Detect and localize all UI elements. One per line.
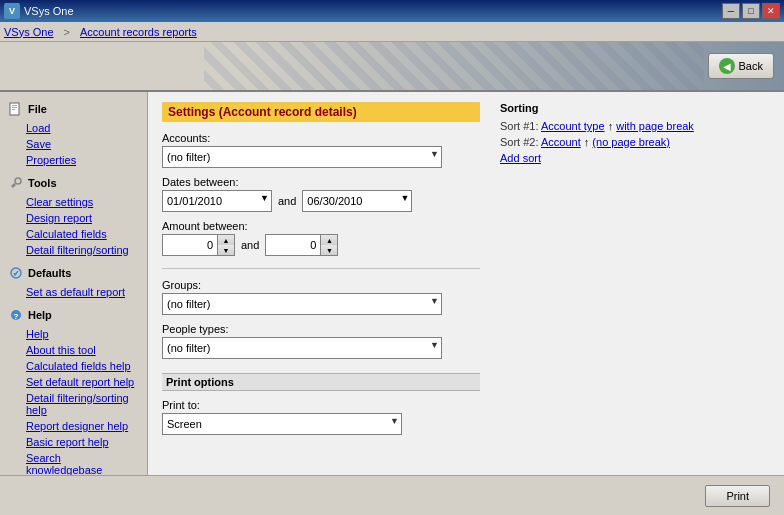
- groups-row: Groups: (no filter): [162, 279, 480, 315]
- amount-to-up[interactable]: ▲: [321, 235, 337, 245]
- breadcrumb-separator: >: [64, 26, 70, 38]
- sidebar-item-detail-help[interactable]: Detail filtering/sorting help: [0, 390, 147, 418]
- file-icon: [8, 101, 24, 117]
- sidebar-section-tools: Tools Clear settings Design report Calcu…: [0, 172, 147, 258]
- breadcrumb-home[interactable]: VSys One: [4, 26, 54, 38]
- back-button[interactable]: ◀ Back: [708, 53, 774, 79]
- app-icon: V: [4, 3, 20, 19]
- sort2-link2[interactable]: (no page break): [592, 136, 670, 148]
- dates-label: Dates between:: [162, 176, 480, 188]
- sidebar-section-defaults: Defaults Set as default report: [0, 262, 147, 300]
- sidebar-help-label: Help: [28, 309, 52, 321]
- title-bar: V VSys One ─ □ ✕: [0, 0, 784, 22]
- sidebar-item-set-default-help[interactable]: Set default report help: [0, 374, 147, 390]
- amount-from-down[interactable]: ▼: [218, 245, 234, 255]
- sidebar-item-design-report[interactable]: Design report: [0, 210, 147, 226]
- amount-to-input[interactable]: [265, 234, 320, 256]
- sort1-link2[interactable]: with page break: [616, 120, 694, 132]
- date-from-select[interactable]: 01/01/2010: [162, 190, 272, 212]
- sidebar-item-help[interactable]: Help: [0, 326, 147, 342]
- print-to-row: Print to: Screen: [162, 399, 480, 435]
- bottom-bar: Print: [0, 475, 784, 515]
- amount-row: Amount between: ▲ ▼ and: [162, 220, 480, 256]
- content-with-sorting: Settings (Account record details) Accoun…: [162, 102, 770, 443]
- sidebar-item-properties[interactable]: Properties: [0, 152, 147, 168]
- menu-bar: VSys One > Account records reports: [0, 22, 784, 42]
- svg-rect-3: [12, 109, 15, 110]
- groups-select-wrapper: (no filter): [162, 293, 442, 315]
- sidebar-item-load[interactable]: Load: [0, 120, 147, 136]
- back-button-label: Back: [739, 60, 763, 72]
- defaults-icon: [8, 265, 24, 281]
- sidebar-item-clear-settings[interactable]: Clear settings: [0, 194, 147, 210]
- maximize-button[interactable]: □: [742, 3, 760, 19]
- people-types-select-wrapper: (no filter): [162, 337, 442, 359]
- date-to-wrapper: 06/30/2010: [302, 190, 412, 212]
- sidebar-file-label: File: [28, 103, 47, 115]
- sorting-title: Sorting: [500, 102, 770, 114]
- sidebar-file-header: File: [0, 98, 147, 120]
- amount-to-spinner: ▲ ▼: [265, 234, 338, 256]
- header-bar: ◀ Back: [0, 42, 784, 92]
- amount-to-buttons: ▲ ▼: [320, 234, 338, 256]
- people-types-label: People types:: [162, 323, 480, 335]
- amount-and-label: and: [241, 239, 259, 251]
- sidebar-tools-label: Tools: [28, 177, 57, 189]
- amount-from-input[interactable]: [162, 234, 217, 256]
- sidebar-help-header: ? Help: [0, 304, 147, 326]
- breadcrumb-current[interactable]: Account records reports: [80, 26, 197, 38]
- back-arrow-icon: ◀: [719, 58, 735, 74]
- sidebar-tools-header: Tools: [0, 172, 147, 194]
- people-types-row: People types: (no filter): [162, 323, 480, 359]
- sort-row-1: Sort #1: Account type ↑ with page break: [500, 120, 770, 132]
- print-to-label: Print to:: [162, 399, 480, 411]
- section-title: Settings (Account record details): [162, 102, 480, 122]
- sort2-link1[interactable]: Account: [541, 136, 581, 148]
- sidebar-item-about[interactable]: About this tool: [0, 342, 147, 358]
- date-and-label: and: [278, 195, 296, 207]
- sidebar-item-save[interactable]: Save: [0, 136, 147, 152]
- sidebar-item-detail-filtering[interactable]: Detail filtering/sorting: [0, 242, 147, 258]
- sorting-section: Sorting Sort #1: Account type ↑ with pag…: [490, 102, 770, 443]
- add-sort-link[interactable]: Add sort: [500, 152, 770, 164]
- groups-label: Groups:: [162, 279, 480, 291]
- sort1-label: Sort #1:: [500, 120, 539, 132]
- sidebar-item-calc-help[interactable]: Calculated fields help: [0, 358, 147, 374]
- sort1-link1[interactable]: Account type: [541, 120, 605, 132]
- sort2-label: Sort #2:: [500, 136, 539, 148]
- people-types-select[interactable]: (no filter): [162, 337, 442, 359]
- print-options-title: Print options: [162, 373, 480, 391]
- date-inputs: 01/01/2010 and 06/30/2010: [162, 190, 480, 212]
- svg-text:?: ?: [14, 312, 19, 321]
- print-button[interactable]: Print: [705, 485, 770, 507]
- amount-inputs: ▲ ▼ and ▲ ▼: [162, 234, 480, 256]
- date-from-wrapper: 01/01/2010: [162, 190, 272, 212]
- date-to-select[interactable]: 06/30/2010: [302, 190, 412, 212]
- main-layout: File Load Save Properties Tools Clear se…: [0, 92, 784, 475]
- print-to-select-wrapper: Screen: [162, 413, 402, 435]
- groups-select[interactable]: (no filter): [162, 293, 442, 315]
- header-pattern: [204, 42, 704, 92]
- separator-1: [162, 268, 480, 269]
- accounts-select[interactable]: (no filter): [162, 146, 442, 168]
- sidebar-item-search[interactable]: Search knowledgebase: [0, 450, 147, 475]
- sidebar-item-calculated-fields[interactable]: Calculated fields: [0, 226, 147, 242]
- close-button[interactable]: ✕: [762, 3, 780, 19]
- svg-rect-2: [12, 107, 17, 108]
- help-icon: ?: [8, 307, 24, 323]
- window-title: VSys One: [24, 5, 74, 17]
- amount-label: Amount between:: [162, 220, 480, 232]
- print-to-select[interactable]: Screen: [162, 413, 402, 435]
- amount-from-up[interactable]: ▲: [218, 235, 234, 245]
- tools-icon: [8, 175, 24, 191]
- minimize-button[interactable]: ─: [722, 3, 740, 19]
- sidebar: File Load Save Properties Tools Clear se…: [0, 92, 148, 475]
- sidebar-item-set-default[interactable]: Set as default report: [0, 284, 147, 300]
- accounts-select-wrapper: (no filter): [162, 146, 442, 168]
- sidebar-item-basic-help[interactable]: Basic report help: [0, 434, 147, 450]
- amount-to-down[interactable]: ▼: [321, 245, 337, 255]
- main-form: Settings (Account record details) Accoun…: [162, 102, 480, 443]
- sort-row-2: Sort #2: Account ↑ (no page break): [500, 136, 770, 148]
- sidebar-item-designer-help[interactable]: Report designer help: [0, 418, 147, 434]
- sidebar-section-help: ? Help Help About this tool Calculated f…: [0, 304, 147, 475]
